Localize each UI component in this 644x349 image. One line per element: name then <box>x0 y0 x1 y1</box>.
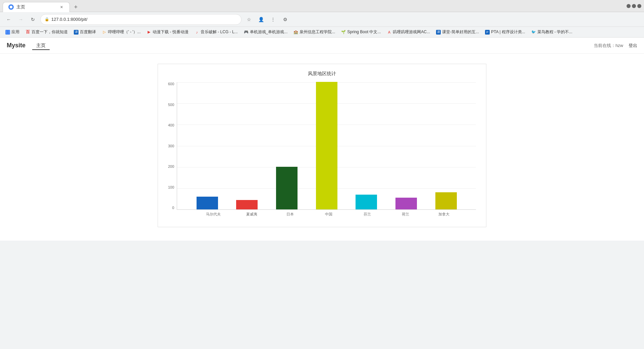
profile-button[interactable]: 👤 <box>256 15 266 24</box>
bar-netherlands-rect[interactable] <box>395 198 417 209</box>
bar-finland-rect[interactable] <box>356 195 377 209</box>
site-header: Mysite 主页 当前在线：hzw 登出 <box>0 38 644 54</box>
new-tab-button[interactable]: + <box>71 3 80 12</box>
y-label-200: 200 <box>168 165 174 168</box>
bookmark-anime[interactable]: ▶ 动漫下载 - 悦番动漫 <box>144 28 191 36</box>
anime-icon: ▶ <box>147 30 151 35</box>
bookmark-games[interactable]: 🎮 单机游戏_单机游戏... <box>241 28 290 36</box>
tab-favicon <box>8 4 14 10</box>
bookmark-fanyi[interactable]: 译 百度翻译 <box>71 28 99 36</box>
runoob-icon: 🐦 <box>531 30 536 35</box>
extensions-button[interactable]: ⚙ <box>280 15 290 24</box>
user-info: 当前在线：hzw 登出 <box>594 43 637 49</box>
minimize-button[interactable] <box>627 4 631 8</box>
bookmark-music-label: 音乐破解 - LCG - L... <box>201 29 238 35</box>
bookmark-pta-label: PTA | 程序设计类... <box>491 29 525 35</box>
y-label-0: 0 <box>172 206 174 210</box>
chart-plot <box>177 82 476 210</box>
bar-hawaii <box>236 200 258 209</box>
forward-button[interactable]: → <box>16 15 25 24</box>
bookmark-acfun[interactable]: A 叽哩叽哩游戏网AC... <box>384 28 433 36</box>
apps-icon: ⋮⋮ <box>5 30 10 35</box>
bar-china <box>316 82 337 209</box>
back-button[interactable]: ← <box>4 15 13 24</box>
x-label-china: 中国 <box>318 212 339 217</box>
y-label-600: 600 <box>168 82 174 86</box>
webpage: Mysite 主页 当前在线：hzw 登出 风景地区统计 600 500 <box>0 38 644 241</box>
bookmark-runoob-label: 菜鸟教程 - 学的不... <box>537 29 573 35</box>
bookmark-class[interactable]: 课 课堂-简单好用的互... <box>433 28 482 36</box>
x-label-japan: 日本 <box>279 212 301 217</box>
title-bar: 主页 ✕ + <box>0 0 644 12</box>
bookmark-button[interactable]: ☆ <box>244 15 254 24</box>
bar-japan-rect[interactable] <box>276 167 298 209</box>
x-label-finland: 芬兰 <box>357 212 378 217</box>
bar-canada-rect[interactable] <box>435 192 457 209</box>
baidu-icon: 百 <box>25 30 30 35</box>
pta-icon: P <box>485 30 490 35</box>
refresh-button[interactable]: ↻ <box>28 15 38 24</box>
logout-button[interactable]: 登出 <box>629 43 637 49</box>
bookmark-springboot-label: Spring Boot 中文... <box>347 29 381 35</box>
bookmark-class-label: 课堂-简单好用的互... <box>442 29 479 35</box>
online-label: 当前在线：hzw <box>594 43 623 49</box>
menu-button[interactable]: ⋮ <box>268 15 278 24</box>
bookmarks-bar: ⋮⋮ 应用 百 百度一下，你就知道 译 百度翻译 ▷ 哔哩哔哩（' - '）..… <box>0 27 644 38</box>
browser-window: 主页 ✕ + ← → ↻ 🔒 127.0.0.1:8000/pit/ ☆ 👤 ⋮… <box>0 0 644 349</box>
bookmark-games-label: 单机游戏_单机游戏... <box>250 29 288 35</box>
bookmark-music[interactable]: ♪ 音乐破解 - LCG - L... <box>192 28 240 36</box>
fanyi-icon: 译 <box>74 30 78 35</box>
bar-finland <box>356 195 377 209</box>
bookmark-bili[interactable]: ▷ 哔哩哔哩（' - '）... <box>99 28 143 36</box>
class-icon: 课 <box>436 30 441 35</box>
x-labels: 马尔代夫 夏威夷 日本 中国 芬兰 荷兰 加拿大 <box>181 210 476 217</box>
nav-bar: ← → ↻ 🔒 127.0.0.1:8000/pit/ ☆ 👤 ⋮ ⚙ <box>0 12 644 27</box>
bookmark-bili-label: 哔哩哔哩（' - '）... <box>108 29 141 35</box>
bar-maldives-rect[interactable] <box>197 197 218 209</box>
bookmark-runoob[interactable]: 🐦 菜鸟教程 - 学的不... <box>529 28 575 36</box>
url-display: 127.0.0.1:8000/pit/ <box>51 17 88 22</box>
chart-wrapper: 风景地区统计 600 500 400 300 200 100 0 <box>158 64 486 227</box>
bookmark-anime-label: 动漫下载 - 悦番动漫 <box>153 29 189 35</box>
bars-area <box>177 82 476 209</box>
chart-title: 风景地区统计 <box>168 71 476 77</box>
bar-hawaii-rect[interactable] <box>236 200 258 209</box>
address-bar[interactable]: 🔒 127.0.0.1:8000/pit/ <box>40 14 241 25</box>
bar-china-rect[interactable] <box>316 82 337 209</box>
chart-container: 风景地区统计 600 500 400 300 200 100 0 <box>0 54 644 241</box>
games-icon: 🎮 <box>244 30 249 35</box>
bookmark-acfun-label: 叽哩叽哩游戏网AC... <box>393 29 430 35</box>
y-label-500: 500 <box>168 103 174 107</box>
x-label-hawaii: 夏威夷 <box>241 212 263 217</box>
lock-icon: 🔒 <box>45 17 49 21</box>
bookmark-baidu-label: 百度一下，你就知道 <box>32 29 68 35</box>
tab-bar: 主页 ✕ + <box>3 0 80 12</box>
bookmark-school[interactable]: 🏫 泉州信息工程学院... <box>291 28 338 36</box>
bookmark-pta[interactable]: P PTA | 程序设计类... <box>482 28 528 36</box>
bookmark-fanyi-label: 百度翻译 <box>80 29 96 35</box>
school-icon: 🏫 <box>293 30 298 35</box>
tab-close-button[interactable]: ✕ <box>59 4 64 10</box>
y-label-300: 300 <box>168 144 174 148</box>
x-label-maldives: 马尔代夫 <box>203 212 224 217</box>
bili-icon: ▷ <box>102 30 107 35</box>
maximize-button[interactable] <box>632 4 636 8</box>
acfun-icon: A <box>387 30 391 35</box>
music-icon: ♪ <box>195 30 199 35</box>
svg-point-0 <box>10 6 12 8</box>
bookmark-springboot[interactable]: 🌱 Spring Boot 中文... <box>338 28 383 36</box>
bar-canada <box>435 192 457 209</box>
site-logo: Mysite <box>7 42 25 49</box>
window-controls <box>627 4 641 8</box>
bookmark-apps[interactable]: ⋮⋮ 应用 <box>3 28 22 36</box>
bookmark-baidu[interactable]: 百 百度一下，你就知道 <box>23 28 70 36</box>
y-label-100: 100 <box>168 186 174 189</box>
y-axis: 600 500 400 300 200 100 0 <box>168 82 177 210</box>
springboot-icon: 🌱 <box>341 30 346 35</box>
bookmark-apps-label: 应用 <box>11 29 19 35</box>
nav-home-link[interactable]: 主页 <box>32 41 50 50</box>
active-tab[interactable]: 主页 ✕ <box>3 2 70 12</box>
site-nav: 主页 <box>32 42 50 49</box>
close-button[interactable] <box>637 4 641 8</box>
bar-netherlands <box>395 198 417 209</box>
